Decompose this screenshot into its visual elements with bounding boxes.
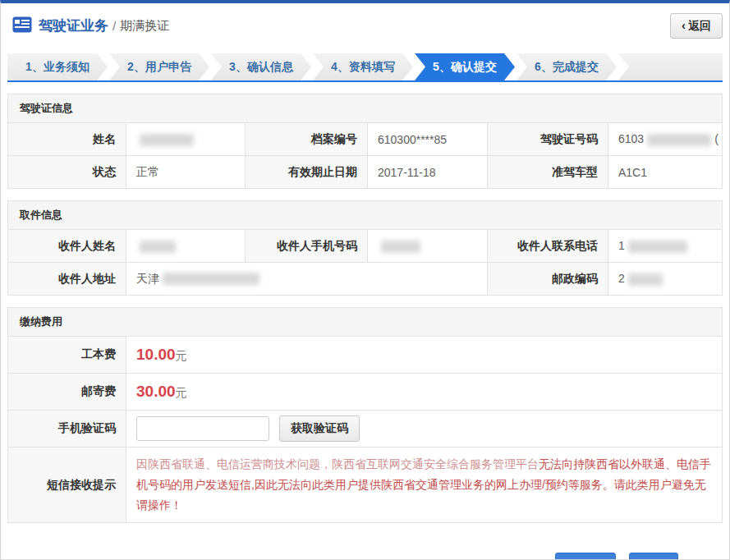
redacted-value: [628, 273, 663, 286]
sms-notice-text: 因陕西省联通、电信运营商技术问题，陕西省互联网交通安全综合服务管理平台无法向持陕…: [126, 448, 723, 523]
expiry-label: 有效期止日期: [246, 156, 368, 189]
back-button-label: 返回: [688, 19, 711, 32]
step-wizard: 1、业务须知 2、用户申告 3、确认信息 4、资料填写 5、确认提交 6、完成提…: [7, 53, 723, 82]
fees-section-title: 缴纳费用: [7, 307, 723, 336]
fees-section: 缴纳费用 工本费 10.00元 邮寄费 30.00元 手机验证码 获取验证码 短…: [7, 307, 723, 523]
previous-step-button[interactable]: 上一步: [555, 553, 616, 560]
table-row: 邮寄费 30.00元: [8, 374, 723, 411]
license-number-prefix: 6103: [618, 132, 644, 145]
recipient-mobile-label: 收件人手机号码: [246, 230, 368, 263]
license-info-table: 姓名 档案编号 610300****85 驾驶证号码 6103( 状态 正常 有…: [7, 122, 723, 189]
fee-unit: 元: [176, 386, 187, 399]
mail-fee-label: 邮寄费: [8, 374, 126, 411]
status-value: 正常: [126, 156, 246, 189]
step-4-fill-data[interactable]: 4、资料填写: [313, 53, 413, 80]
pickup-info-table: 收件人姓名 收件人手机号码 收件人联系电话 1 收件人地址 天津 邮政编码 2: [7, 229, 723, 296]
step-2-user-declaration[interactable]: 2、用户申告: [109, 53, 209, 80]
recipient-name-value: [126, 230, 246, 263]
mail-fee-value: 30.00元: [126, 374, 723, 411]
table-row: 短信接收提示 因陕西省联通、电信运营商技术问题，陕西省互联网交通安全综合服务管理…: [8, 448, 723, 523]
page-subtitle: 期满换证: [120, 18, 169, 34]
step-bar-filler: [618, 53, 723, 80]
step-6-finish-submit[interactable]: 6、完成提交: [517, 53, 617, 80]
recipient-mobile-value: [368, 230, 488, 263]
redacted-value: [140, 134, 194, 146]
redacted-value: [647, 134, 711, 146]
step-5-confirm-submit[interactable]: 5、确认提交: [415, 53, 515, 80]
captcha-label: 手机验证码: [8, 411, 126, 448]
recipient-phone-value: 1: [608, 230, 723, 263]
redacted-value: [381, 241, 420, 253]
table-row: 工本费 10.00元: [8, 337, 723, 374]
fees-table: 工本费 10.00元 邮寄费 30.00元 手机验证码 获取验证码 短信接收提示…: [7, 336, 723, 523]
mail-fee-amount: 30.00: [136, 383, 176, 400]
table-row: 收件人地址 天津 邮政编码 2: [8, 263, 723, 296]
file-number-label: 档案编号: [246, 123, 368, 156]
breadcrumb: 驾驶证业务 / 期满换证: [12, 16, 169, 36]
page-header: 驾驶证业务 / 期满换证 ‹返回: [1, 3, 729, 45]
step-3-confirm-info[interactable]: 3、确认信息: [211, 53, 311, 80]
license-number-label: 驾驶证号码: [488, 123, 608, 156]
address-prefix: 天津: [136, 272, 159, 285]
sms-notice-label: 短信接收提示: [8, 448, 126, 523]
recipient-name-label: 收件人姓名: [8, 230, 126, 263]
redacted-value: [163, 273, 259, 285]
step-1-business-notice[interactable]: 1、业务须知: [7, 53, 108, 80]
expiry-value: 2017-11-18: [368, 156, 488, 189]
license-info-section: 驾驶证信息 姓名 档案编号 610300****85 驾驶证号码 6103( 状…: [7, 94, 723, 189]
license-section-title: 驾驶证信息: [7, 94, 723, 122]
finish-button[interactable]: 完成: [629, 553, 678, 560]
postcode-label: 邮政编码: [488, 263, 608, 296]
page-title: 驾驶证业务: [39, 16, 108, 35]
get-captcha-button[interactable]: 获取验证码: [279, 415, 360, 442]
pickup-info-section: 取件信息 收件人姓名 收件人手机号码 收件人联系电话 1 收件人地址 天津 邮政…: [7, 200, 723, 296]
table-row: 收件人姓名 收件人手机号码 收件人联系电话 1: [8, 230, 723, 263]
back-chevron-icon: ‹: [682, 18, 686, 32]
vehicle-class-value: A1C1: [608, 156, 723, 189]
captcha-input[interactable]: [136, 416, 269, 441]
breadcrumb-separator: /: [112, 19, 116, 33]
address-label: 收件人地址: [8, 263, 126, 296]
pickup-section-title: 取件信息: [7, 200, 723, 229]
list-icon: [12, 16, 32, 36]
file-number-value: 610300****85: [368, 123, 488, 156]
work-fee-value: 10.00元: [126, 337, 723, 374]
back-button[interactable]: ‹返回: [670, 13, 723, 39]
license-number-suffix: (: [714, 132, 719, 145]
table-row: 手机验证码 获取验证码: [8, 411, 723, 448]
work-fee-label: 工本费: [8, 337, 126, 374]
status-label: 状态: [8, 156, 126, 189]
postcode-value: 2: [608, 263, 723, 296]
name-label: 姓名: [8, 123, 126, 156]
redacted-value: [140, 241, 176, 253]
postcode-prefix: 2: [618, 272, 625, 285]
fee-unit: 元: [176, 349, 187, 362]
captcha-cell: 获取验证码: [126, 411, 723, 448]
sms-notice-segment: 因陕西省联通、电信运营商技术问题，陕西省互联网交通安全综合服务管理平台: [136, 457, 539, 470]
license-number-value: 6103(: [608, 123, 723, 156]
recipient-phone-prefix: 1: [618, 239, 625, 252]
table-row: 状态 正常 有效期止日期 2017-11-18 准驾车型 A1C1: [8, 156, 723, 189]
work-fee-amount: 10.00: [136, 346, 176, 363]
address-value: 天津: [126, 263, 488, 296]
footer-actions: 上一步 完成: [1, 553, 678, 560]
vehicle-class-label: 准驾车型: [488, 156, 608, 189]
redacted-value: [628, 241, 687, 253]
recipient-phone-label: 收件人联系电话: [488, 230, 608, 263]
name-value: [126, 123, 246, 156]
table-row: 姓名 档案编号 610300****85 驾驶证号码 6103(: [8, 123, 723, 156]
